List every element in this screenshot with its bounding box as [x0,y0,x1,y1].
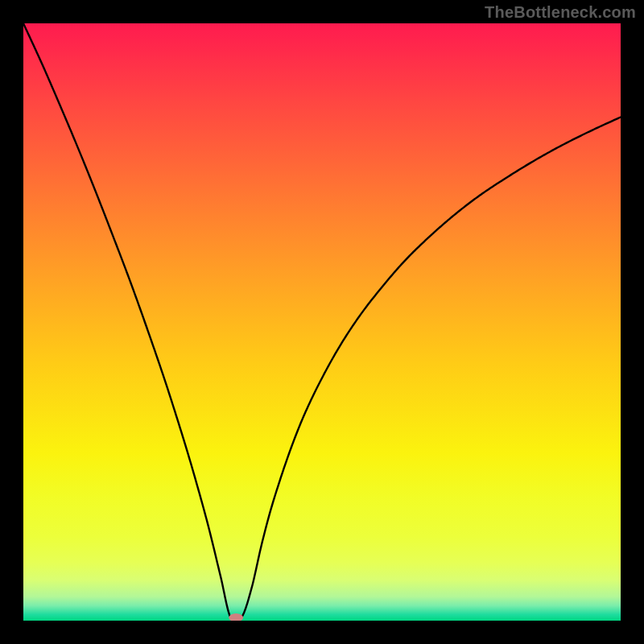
attribution-text: TheBottleneck.com [485,3,636,22]
chart-plot-area [23,23,621,621]
chart-svg [23,23,621,621]
gradient-background [23,23,621,621]
chart-frame: TheBottleneck.com [0,0,644,644]
